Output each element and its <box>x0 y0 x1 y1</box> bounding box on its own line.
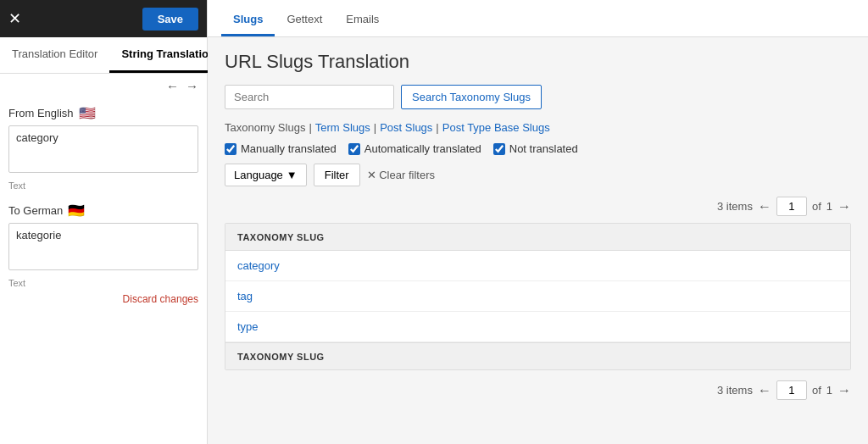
automatically-translated-checkbox[interactable] <box>348 143 360 155</box>
taxonomy-slugs-label: Taxonomy Slugs <box>225 121 305 134</box>
row-tag-link[interactable]: tag <box>237 290 253 302</box>
content-area: URL Slugs Translation Search Taxonomy Sl… <box>208 37 868 444</box>
prev-page-button-top[interactable]: ← <box>758 199 771 214</box>
close-button[interactable]: ✕ <box>8 11 21 26</box>
checkbox-row: Manually translated Automatically transl… <box>225 142 851 155</box>
row-type-link[interactable]: type <box>237 320 259 333</box>
from-language-textarea[interactable]: category <box>8 125 198 173</box>
prev-arrow-button[interactable]: ← <box>166 79 179 93</box>
left-panel: ✕ Save Translation Editor String Transla… <box>0 0 208 444</box>
sep-3: | <box>436 121 438 134</box>
next-page-button-bottom[interactable]: → <box>837 383 851 398</box>
of-label-top: of <box>812 200 821 213</box>
table-footer-label: TAXONOMY SLUG <box>237 352 325 362</box>
to-flag: 🇩🇪 <box>68 203 85 219</box>
search-input[interactable] <box>225 85 394 109</box>
language-dropdown[interactable]: Language ▼ <box>225 164 307 186</box>
discard-row: Discard changes <box>0 293 207 312</box>
manually-translated-checkbox-label: Manually translated <box>225 142 337 155</box>
not-translated-checkbox[interactable] <box>493 143 505 155</box>
not-translated-label: Not translated <box>509 142 578 155</box>
language-dropdown-label: Language <box>234 169 283 181</box>
top-bar: ✕ Save <box>0 0 207 37</box>
right-tab-bar: Slugs Gettext Emails <box>208 0 868 37</box>
nav-arrows: ← → <box>0 74 207 98</box>
discard-changes-link[interactable]: Discard changes <box>123 293 198 305</box>
table-row: category <box>225 251 850 281</box>
manually-translated-label: Manually translated <box>241 142 337 155</box>
bottom-pagination: 3 items ← of 1 → <box>225 380 851 400</box>
page-title: URL Slugs Translation <box>225 51 851 73</box>
table-row: tag <box>225 281 850 312</box>
filter-links-row: Taxonomy Slugs | Term Slugs | Post Slugs… <box>225 121 851 134</box>
total-pages-bottom: 1 <box>826 384 832 397</box>
items-count-top: 3 items <box>717 200 753 213</box>
from-language-label: From English 🇺🇸 <box>8 105 198 121</box>
data-table: TAXONOMY SLUG category tag type TAXONOMY… <box>225 223 851 370</box>
search-row: Search Taxonomy Slugs <box>225 85 851 109</box>
top-pagination: 3 items ← of 1 → <box>225 197 851 216</box>
to-language-text: To German <box>8 204 63 217</box>
to-language-label: To German 🇩🇪 <box>8 203 198 219</box>
tab-translation-editor[interactable]: Translation Editor <box>0 37 109 73</box>
from-language-text: From English <box>8 107 74 119</box>
chevron-down-icon: ▼ <box>287 169 298 181</box>
post-slugs-link[interactable]: Post Slugs <box>380 121 432 134</box>
manually-translated-checkbox[interactable] <box>225 143 236 155</box>
tab-slugs[interactable]: Slugs <box>221 4 275 36</box>
prev-page-button-bottom[interactable]: ← <box>758 383 771 398</box>
to-language-section: To German 🇩🇪 kategorie <box>0 196 207 276</box>
items-count-bottom: 3 items <box>717 384 753 397</box>
total-pages-top: 1 <box>826 200 832 213</box>
left-tab-bar: Translation Editor String Translation <box>0 37 207 74</box>
from-field-type: Text <box>0 179 207 196</box>
next-arrow-button[interactable]: → <box>186 79 198 93</box>
table-header: TAXONOMY SLUG <box>225 224 850 251</box>
automatically-translated-checkbox-label: Automatically translated <box>348 142 481 155</box>
controls-row: Language ▼ Filter ✕ Clear filters <box>225 164 851 186</box>
term-slugs-link[interactable]: Term Slugs <box>315 121 370 134</box>
to-field-type: Text <box>0 276 207 293</box>
save-button[interactable]: Save <box>142 8 198 31</box>
table-footer: TAXONOMY SLUG <box>225 342 850 369</box>
from-language-section: From English 🇺🇸 category <box>0 98 207 179</box>
of-label-bottom: of <box>812 384 821 397</box>
page-input-top[interactable] <box>776 197 807 216</box>
table-header-label: TAXONOMY SLUG <box>237 232 325 242</box>
not-translated-checkbox-label: Not translated <box>493 142 578 155</box>
to-language-textarea[interactable]: kategorie <box>8 223 198 270</box>
tab-emails[interactable]: Emails <box>334 4 391 36</box>
sep-2: | <box>374 121 376 134</box>
sep-1: | <box>309 121 311 134</box>
search-taxonomy-button[interactable]: Search Taxonomy Slugs <box>401 85 542 109</box>
table-row: type <box>225 312 850 342</box>
from-flag: 🇺🇸 <box>79 105 96 121</box>
next-page-button-top[interactable]: → <box>837 199 851 214</box>
filter-button[interactable]: Filter <box>314 164 360 186</box>
clear-filters-button[interactable]: ✕ Clear filters <box>367 169 435 181</box>
right-panel: Slugs Gettext Emails URL Slugs Translati… <box>208 0 868 444</box>
row-category-link[interactable]: category <box>237 259 280 272</box>
page-input-bottom[interactable] <box>776 380 807 400</box>
automatically-translated-label: Automatically translated <box>364 142 481 155</box>
tab-gettext[interactable]: Gettext <box>275 4 334 36</box>
post-type-base-slugs-link[interactable]: Post Type Base Slugs <box>442 121 550 134</box>
